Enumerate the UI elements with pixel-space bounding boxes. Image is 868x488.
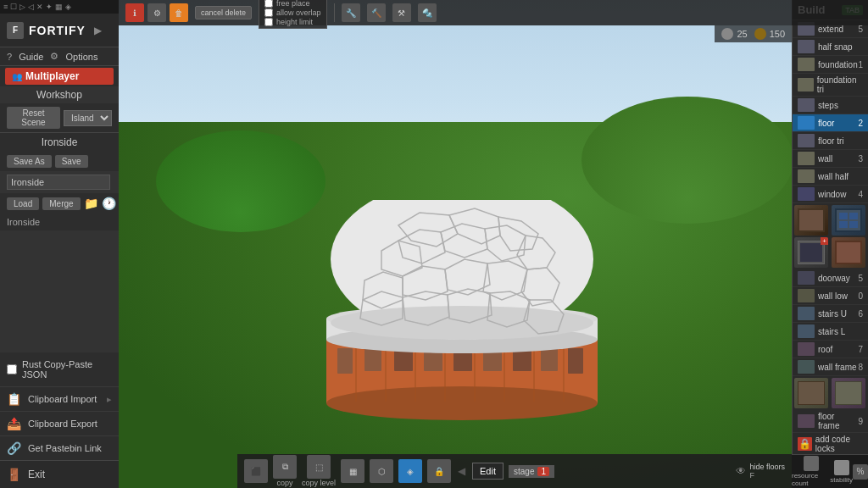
tool-icon-2[interactable]: 🔨 — [367, 3, 386, 22]
build-item-wall-low[interactable]: wall low 0 — [793, 287, 868, 305]
ironside-sub-label: Ironside — [0, 214, 119, 230]
toolbar-icon-8[interactable]: ◈ — [65, 3, 71, 11]
build-item-floor[interactable]: floor 2 — [793, 114, 868, 132]
load-button[interactable]: Load — [7, 197, 39, 210]
edit-mode-button[interactable]: Edit — [472, 463, 504, 480]
pastebin-button[interactable]: 🔗 Get Pastebin Link — [0, 435, 119, 460]
export-icon: 📤 — [7, 417, 21, 430]
load-merge-bar: Load Merge 📁 🕐 — [0, 193, 119, 214]
allow-overlap-checkbox[interactable] — [264, 8, 273, 17]
build-item-roof[interactable]: roof 7 — [793, 341, 868, 358]
wall-frame-icon — [798, 360, 815, 374]
toolbar-icon-1[interactable]: ≡ — [3, 3, 8, 11]
build-item-steps[interactable]: steps — [793, 97, 868, 114]
tool-btn-1[interactable]: ▦ — [341, 459, 364, 483]
delete-icon[interactable]: 🗑 — [170, 3, 188, 22]
tool-btn-2[interactable]: ⬡ — [370, 459, 393, 483]
multiplayer-button[interactable]: 👥 Multiplayer — [5, 68, 114, 85]
align-button[interactable]: ⬛ — [244, 459, 268, 483]
resource-count-icon — [804, 456, 819, 471]
link-icon: 🔗 — [7, 441, 21, 455]
build-item-foundation[interactable]: foundation 1 — [793, 56, 868, 74]
copy-level-button[interactable]: ⬚ — [307, 455, 331, 479]
merge-button[interactable]: Merge — [42, 197, 80, 210]
build-item-floor-tri[interactable]: floor tri — [793, 132, 868, 150]
clipboard-export-button[interactable]: 📤 Clipboard Export — [0, 411, 119, 435]
tool-icon-3[interactable]: ⚒ — [392, 3, 411, 22]
workshop-button[interactable]: Workshop — [0, 86, 119, 103]
build-panel: Build TAB extend 5 half snap foundation … — [792, 0, 868, 488]
toolbar-icon-3[interactable]: ▷ — [19, 3, 25, 11]
free-place-label: free place — [276, 0, 310, 8]
steps-icon — [798, 98, 815, 112]
build-item-code-locks[interactable]: 🔒 add code locks — [793, 433, 868, 456]
island-select[interactable]: Island — [64, 110, 112, 126]
big-icon-3[interactable]: + — [794, 237, 828, 268]
save-as-button[interactable]: Save As — [7, 155, 52, 168]
half-snap-icon — [798, 40, 815, 53]
clipboard-import-button[interactable]: 📋 Clipboard Import ▸ — [0, 386, 119, 411]
toolbar-icon-4[interactable]: ◁ — [28, 3, 34, 11]
build-item-floor-frame[interactable]: floor frame 9 — [793, 410, 868, 433]
copy-button[interactable]: ⧉ — [273, 455, 297, 479]
settings-icon: ⚙ — [50, 51, 58, 62]
wrench-icon[interactable]: 🔧 — [342, 3, 360, 22]
toolbar-icon-2[interactable]: ☐ — [10, 3, 17, 11]
toolbar-icon-5[interactable]: ✕ — [36, 3, 43, 11]
big-icon-2[interactable] — [832, 205, 865, 236]
multiplayer-icon: 👥 — [12, 72, 22, 81]
doorway-badge: + — [821, 237, 828, 245]
window-icon — [798, 187, 815, 201]
reset-scene-button[interactable]: Reset Scene — [7, 107, 60, 129]
resource-count-item: resource count — [792, 456, 830, 487]
exit-button[interactable]: 🚪 Exit — [0, 460, 119, 488]
roof-icon — [798, 342, 815, 356]
big-icon-4[interactable] — [832, 237, 865, 268]
wood-count: 150 — [770, 29, 785, 39]
build-item-half-snap[interactable]: half snap — [793, 38, 868, 56]
eye-icon: 👁 — [736, 465, 746, 477]
free-place-checkbox[interactable] — [264, 0, 273, 8]
toolbar-icon-7[interactable]: ▦ — [55, 3, 63, 11]
app-header: F FORTIFY ▶ — [0, 14, 119, 47]
build-icon-grid: + — [793, 203, 868, 269]
stability-label: stability — [830, 476, 853, 484]
build-item-wall-half[interactable]: wall half — [793, 168, 868, 186]
stability-icon — [834, 460, 849, 475]
big-icon-6[interactable] — [832, 378, 865, 408]
build-item-stairs-l[interactable]: stairs L — [793, 323, 868, 341]
folder-icon[interactable]: 📁 — [84, 197, 98, 210]
wood-resource: 150 — [754, 28, 785, 40]
scene-controls: Reset Scene Island — [0, 103, 119, 133]
build-item-window[interactable]: window 4 — [793, 186, 868, 203]
info-spot-icon[interactable]: ℹ — [125, 3, 144, 22]
file-name-input[interactable] — [7, 175, 110, 190]
wall-icon — [798, 152, 815, 165]
tool-icon-4[interactable]: 🔩 — [418, 3, 437, 22]
height-limit-checkbox[interactable] — [264, 18, 273, 26]
build-item-stairs-u[interactable]: stairs U 6 — [793, 305, 868, 323]
save-button[interactable]: Save — [55, 155, 88, 168]
big-icon-1[interactable] — [794, 205, 828, 236]
rust-copy-checkbox[interactable] — [7, 364, 17, 374]
stability-item: stability — [830, 460, 853, 484]
history-icon[interactable]: 🕐 — [102, 197, 116, 210]
build-item-wall-frame[interactable]: wall frame 8 — [793, 358, 868, 376]
bottom-resource-panel: resource count stability % — [792, 454, 868, 488]
tool-btn-4[interactable]: 🔒 — [427, 459, 451, 483]
terrain — [119, 122, 868, 488]
build-item-foundation-tri[interactable]: foundation tri — [793, 74, 868, 97]
code-locks-icon: 🔒 — [798, 437, 812, 451]
guide-button[interactable]: Guide — [19, 52, 43, 62]
cancel-delete-button[interactable]: cancel delete — [195, 6, 252, 19]
big-icon-5[interactable] — [794, 378, 828, 408]
app-title: FORTIFY — [29, 24, 86, 37]
wall-low-icon — [798, 289, 815, 302]
tool-btn-3[interactable]: ◈ — [398, 459, 422, 483]
build-item-wall[interactable]: wall 3 — [793, 150, 868, 168]
settings-tool-icon[interactable]: ⚙ — [147, 3, 166, 22]
hill-right — [581, 97, 793, 224]
toolbar-icon-6[interactable]: ✦ — [46, 3, 53, 11]
build-item-doorway[interactable]: doorway 5 — [793, 269, 868, 287]
options-button[interactable]: Options — [65, 52, 97, 62]
